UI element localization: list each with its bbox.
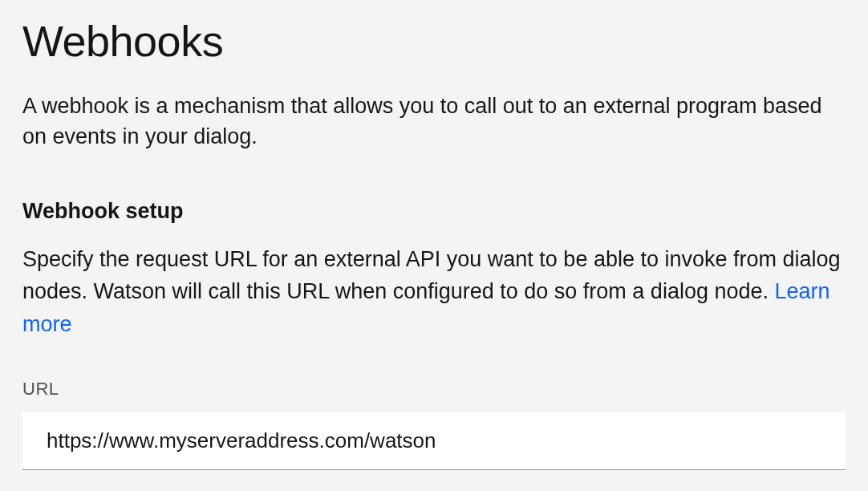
webhook-setup-description: Specify the request URL for an external … <box>22 243 846 341</box>
page-description: A webhook is a mechanism that allows you… <box>22 91 846 152</box>
setup-description-text: Specify the request URL for an external … <box>22 247 841 304</box>
page-title: Webhooks <box>22 16 846 66</box>
url-field-label: URL <box>22 379 846 400</box>
url-input[interactable] <box>22 412 846 470</box>
webhook-setup-heading: Webhook setup <box>22 199 846 224</box>
